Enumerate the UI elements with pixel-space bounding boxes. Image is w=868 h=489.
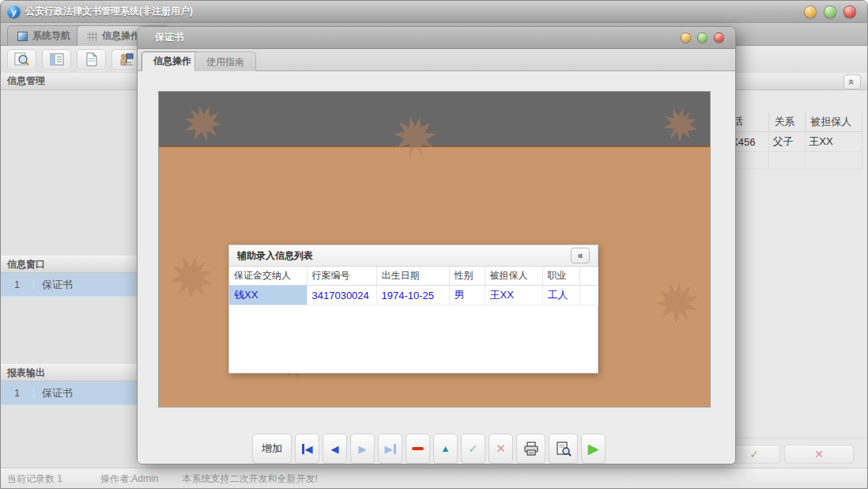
person-flag-icon [119, 52, 134, 66]
app-logo-icon: y [7, 5, 21, 18]
table-row[interactable]: X456 父子 王XX [728, 132, 862, 152]
add-button[interactable]: 增加 [252, 434, 292, 464]
maple-leaf-watermark [655, 280, 699, 324]
report-item-baozhengshu[interactable]: 1 保证书 [1, 381, 137, 405]
guarantor-table: 话 关系 被担保人 X456 父子 王XX [728, 112, 862, 169]
window-square-icon [17, 32, 28, 41]
minus-icon [412, 447, 424, 450]
window-controls [804, 6, 856, 18]
record-count: 当前记录数 1 [7, 472, 62, 486]
aux-header-row: 保证金交纳人 行案编号 出生日期 性别 被担保人 职业 [229, 267, 598, 286]
maple-leaf-watermark [662, 106, 698, 142]
double-chevron-up-icon: « [846, 79, 858, 85]
row-index: 1 [1, 388, 34, 399]
next-record-icon: ▶ [359, 444, 367, 454]
table-header-row: 话 关系 被担保人 [728, 112, 862, 132]
list-icon [50, 53, 64, 66]
print-preview-button[interactable] [549, 434, 578, 464]
dialog-title: 保证书 [155, 31, 183, 44]
aux-data-row[interactable]: 钱XX 3417030024 1974-10-25 男 王XX 工人 [229, 286, 598, 305]
dialog-close-button[interactable] [714, 32, 724, 43]
col-case-number: 行案编号 [307, 267, 376, 286]
maple-leaf-watermark [183, 104, 222, 143]
col-relation: 关系 [769, 112, 806, 132]
dialog-tab-user-guide[interactable]: 使用指南 [194, 51, 256, 71]
row-index: 1 [1, 279, 34, 290]
delete-record-button[interactable] [406, 434, 430, 464]
row-label: 保证书 [34, 386, 73, 400]
aux-panel-title: 辅助录入信息列表 [237, 249, 313, 263]
x-icon: ✕ [496, 442, 506, 456]
info-management-panel [1, 90, 137, 256]
tab-label: 信息操作 [102, 29, 140, 43]
print-preview-icon [556, 442, 572, 457]
close-button[interactable] [843, 6, 856, 18]
cell-extra [579, 286, 598, 305]
info-management-header: 信息管理 [7, 74, 45, 88]
dialog-tabbar: 信息操作 使用指南 [138, 49, 735, 71]
window-title: 公安行政法律文书管理系统(非注册用户) [25, 5, 193, 18]
cancel-button[interactable]: ✕ [784, 445, 854, 464]
status-bar: 当前记录数 1 操作者:Admin 本系统支持二次开发和全新开发! [1, 468, 867, 489]
first-record-button[interactable]: ◀ [295, 434, 319, 464]
dialog-maximize-button[interactable] [697, 32, 708, 43]
print-button[interactable] [516, 434, 545, 464]
operator-label: 操作者:Admin [100, 472, 158, 486]
dialog-toolbar: 增加 ◀ ◀ ▶ ▶ ▲ ✓ ✕ [138, 432, 735, 464]
sidebar-spacer [1, 405, 137, 468]
search-icon [14, 52, 30, 66]
cell-gender: 男 [449, 286, 485, 305]
document-button[interactable] [77, 49, 106, 70]
prev-record-icon: ◀ [331, 444, 339, 454]
status-message: 本系统支持二次开发和全新开发! [182, 472, 317, 486]
window-titlebar: y 公安行政法律文书管理系统(非注册用户) [1, 1, 867, 23]
check-icon: ✓ [749, 448, 759, 461]
list-view-button[interactable] [42, 49, 71, 70]
report-output-header: 报表输出 [1, 364, 137, 381]
cell-relation: 父子 [769, 132, 806, 152]
col-guaranteed-person: 被担保人 [485, 267, 542, 286]
col-extra [579, 267, 598, 286]
last-record-button[interactable]: ▶ [378, 434, 402, 464]
next-record-button[interactable]: ▶ [350, 434, 375, 464]
maple-leaf-watermark [168, 254, 214, 300]
dialog-minimize-button[interactable] [681, 32, 691, 43]
triangle-up-icon: ▲ [441, 444, 451, 453]
cancel-record-button[interactable]: ✕ [489, 434, 513, 464]
grid-icon [87, 32, 97, 41]
maximize-button[interactable] [824, 6, 836, 18]
run-button[interactable]: ▶ [581, 434, 606, 464]
edit-record-button[interactable]: ▲ [433, 434, 458, 464]
confirm-cancel-bar: ✓ ✕ [728, 438, 868, 464]
post-record-button[interactable]: ✓ [461, 434, 485, 464]
row-label: 保证书 [34, 278, 73, 292]
col-payer: 保证金交纳人 [229, 267, 307, 286]
last-record-icon: ▶ [385, 444, 396, 454]
info-window-header: 信息窗口 [1, 256, 137, 273]
sidebar: 信息窗口 1 保证书 报表输出 1 保证书 [1, 90, 137, 468]
tab-label: 系统导航 [32, 29, 70, 43]
table-row-empty [728, 152, 862, 169]
first-record-icon: ◀ [302, 444, 313, 454]
printer-icon [523, 442, 539, 456]
cell-birth-date: 1974-10-25 [376, 286, 449, 305]
check-icon: ✓ [468, 442, 478, 456]
sidebar-item-baozhengshu[interactable]: 1 保证书 [1, 273, 137, 297]
aux-entry-table: 保证金交纳人 行案编号 出生日期 性别 被担保人 职业 钱XX 34170300… [229, 267, 598, 305]
dialog-titlebar: 保证书 [138, 27, 735, 49]
prev-record-button[interactable]: ◀ [323, 434, 347, 464]
dialog-window-controls [681, 32, 724, 43]
collapse-panel-button[interactable]: « [843, 74, 861, 89]
cell-guaranteed-person: 王XX [806, 132, 862, 152]
baozhengshu-dialog: 保证书 信息操作 使用指南 辅助录入信息列表 [137, 26, 736, 464]
aux-collapse-button[interactable]: « [571, 248, 590, 263]
cell-case-number: 3417030024 [307, 286, 376, 305]
document-icon [85, 52, 98, 66]
col-occupation: 职业 [542, 267, 579, 286]
main-window: y 公安行政法律文书管理系统(非注册用户) 系统导航 信息操作 [0, 0, 868, 489]
minimize-button[interactable] [804, 6, 817, 18]
search-button[interactable] [7, 49, 36, 70]
cell-occupation: 工人 [542, 286, 579, 305]
cell-payer: 钱XX [229, 286, 307, 305]
col-birth-date: 出生日期 [376, 267, 449, 286]
